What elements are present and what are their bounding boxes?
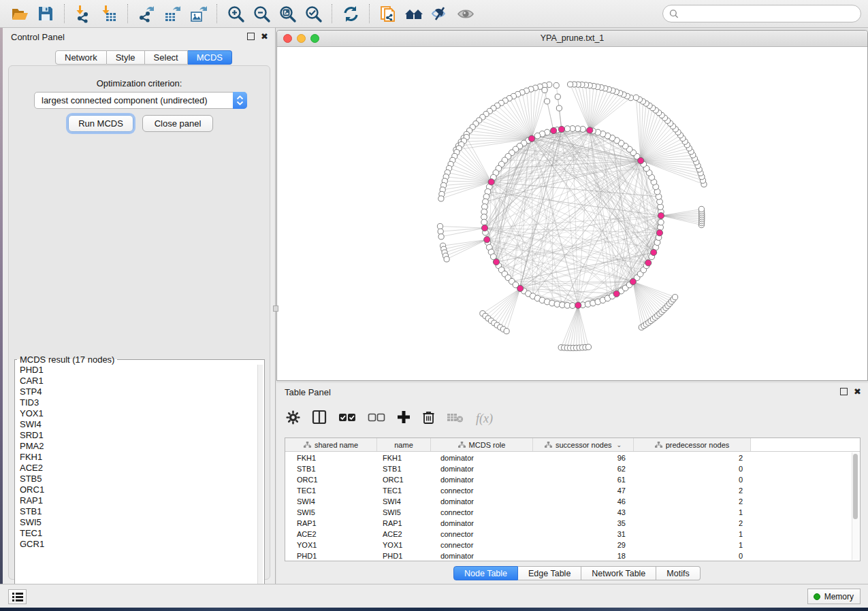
graph-mcds-hub-node[interactable] bbox=[558, 126, 564, 132]
mcds-node-item[interactable]: ORC1 bbox=[16, 484, 257, 495]
splitter-grabber[interactable] bbox=[273, 306, 278, 312]
show-column-panel-icon[interactable] bbox=[312, 410, 327, 427]
graph-mcds-hub-node[interactable] bbox=[488, 179, 494, 185]
graph-leaf-node[interactable] bbox=[555, 94, 560, 99]
table-row[interactable]: ACE2ACE2connector311 bbox=[285, 529, 852, 540]
mcds-node-item[interactable]: RAP1 bbox=[16, 495, 257, 506]
mcds-node-item[interactable]: YOX1 bbox=[16, 408, 257, 419]
mcds-node-item[interactable]: PHD1 bbox=[16, 365, 257, 376]
graph-leaf-node[interactable] bbox=[444, 257, 449, 262]
table-row[interactable]: TEC1TEC1connector472 bbox=[285, 485, 852, 496]
export-network-icon[interactable] bbox=[136, 3, 157, 24]
mcds-node-item[interactable]: STB5 bbox=[16, 474, 257, 484]
tab-node-table[interactable]: Node Table bbox=[453, 566, 518, 580]
search-box[interactable] bbox=[662, 5, 861, 22]
mcds-result-list[interactable]: PHD1CAR1STP4TID3YOX1SWI4SRD1PMA2FKH1ACE2… bbox=[16, 365, 257, 606]
graph-node[interactable] bbox=[481, 219, 487, 225]
network-canvas[interactable] bbox=[277, 47, 867, 380]
table-scrollbar[interactable] bbox=[852, 452, 859, 560]
graph-leaf-node[interactable] bbox=[437, 224, 443, 229]
show-all-icon[interactable] bbox=[455, 3, 476, 24]
graph-leaf-node[interactable] bbox=[568, 82, 573, 87]
table-row[interactable]: YOX1YOX1connector291 bbox=[285, 540, 852, 550]
tab-edge-table[interactable]: Edge Table bbox=[518, 566, 581, 580]
import-table-icon[interactable] bbox=[99, 3, 119, 24]
table-scrollbar-thumb[interactable] bbox=[853, 454, 858, 519]
graph-mcds-hub-node[interactable] bbox=[551, 127, 557, 133]
graph-leaf-node[interactable] bbox=[504, 329, 509, 334]
tab-network-table[interactable]: Network Table bbox=[581, 566, 656, 580]
graph-leaf-node[interactable] bbox=[545, 99, 550, 104]
graph-mcds-hub-node[interactable] bbox=[528, 135, 534, 142]
graph-mcds-hub-node[interactable] bbox=[638, 158, 644, 164]
export-table-icon[interactable] bbox=[162, 3, 182, 24]
deselect-all-icon[interactable] bbox=[368, 411, 385, 426]
run-mcds-button[interactable]: Run MCDS bbox=[68, 115, 133, 132]
graph-leaf-node[interactable] bbox=[438, 234, 444, 240]
mcds-node-item[interactable]: STP4 bbox=[16, 386, 257, 397]
mcds-node-item[interactable]: ACE2 bbox=[16, 463, 257, 474]
network-graph[interactable] bbox=[277, 47, 867, 380]
graph-mcds-hub-node[interactable] bbox=[481, 225, 487, 231]
float-panel-icon[interactable] bbox=[840, 388, 848, 395]
save-session-icon[interactable] bbox=[35, 3, 56, 24]
table-body[interactable]: FKH1FKH1dominator962STB1STB1dominator620… bbox=[285, 452, 852, 561]
column-header-name[interactable]: name bbox=[377, 438, 431, 451]
graph-leaf-node[interactable] bbox=[673, 295, 678, 300]
zoom-selected-icon[interactable] bbox=[303, 3, 323, 24]
graph-mcds-hub-node[interactable] bbox=[656, 230, 662, 236]
float-panel-icon[interactable] bbox=[247, 33, 255, 40]
mcds-node-item[interactable]: SWI4 bbox=[16, 419, 257, 430]
mcds-node-item[interactable]: FKH1 bbox=[16, 452, 257, 463]
graph-mcds-hub-node[interactable] bbox=[645, 260, 652, 266]
graph-mcds-hub-node[interactable] bbox=[493, 259, 499, 265]
tab-select[interactable]: Select bbox=[145, 50, 188, 65]
close-panel-icon[interactable]: ✖ bbox=[854, 388, 861, 395]
graph-leaf-node[interactable] bbox=[556, 105, 562, 111]
delete-column-icon[interactable] bbox=[422, 410, 435, 427]
mcds-node-item[interactable]: STB1 bbox=[16, 506, 257, 517]
mcds-node-item[interactable]: GCR1 bbox=[16, 539, 257, 550]
add-column-icon[interactable] bbox=[397, 410, 411, 427]
network-window-titlebar[interactable]: YPA_prune.txt_1 bbox=[277, 31, 867, 47]
graph-mcds-hub-node[interactable] bbox=[517, 285, 524, 291]
graph-leaf-node[interactable] bbox=[553, 82, 559, 88]
mcds-node-item[interactable]: TID3 bbox=[16, 397, 257, 408]
column-header-successor-nodes[interactable]: successor nodes⌄ bbox=[533, 438, 634, 451]
graph-node[interactable] bbox=[570, 303, 576, 309]
table-row[interactable]: RAP1RAP1dominator352 bbox=[285, 518, 852, 529]
table-settings-icon[interactable] bbox=[286, 410, 300, 427]
delete-table-icon[interactable] bbox=[447, 412, 464, 426]
table-row[interactable]: ORC1ORC1dominator610 bbox=[285, 474, 852, 485]
clone-network-icon[interactable] bbox=[378, 3, 398, 24]
zoom-fit-icon[interactable] bbox=[277, 3, 298, 24]
memory-button[interactable]: Memory bbox=[807, 589, 861, 604]
zoom-in-icon[interactable] bbox=[225, 3, 246, 24]
tab-network[interactable]: Network bbox=[55, 50, 107, 65]
graph-node[interactable] bbox=[658, 219, 664, 225]
search-input[interactable] bbox=[679, 8, 854, 19]
table-row[interactable]: FKH1FKH1dominator962 bbox=[285, 452, 852, 463]
graph-leaf-node[interactable] bbox=[438, 229, 443, 234]
table-row[interactable]: STB1STB1dominator620 bbox=[285, 463, 852, 474]
graph-leaf-node[interactable] bbox=[698, 206, 704, 212]
task-history-button[interactable] bbox=[8, 589, 27, 604]
graph-leaf-node[interactable] bbox=[542, 87, 547, 93]
open-file-icon[interactable] bbox=[10, 3, 30, 24]
graph-leaf-node[interactable] bbox=[438, 196, 444, 201]
graph-mcds-hub-node[interactable] bbox=[651, 249, 657, 255]
close-panel-icon[interactable]: ✖ bbox=[261, 33, 268, 40]
mcds-node-item[interactable]: TEC1 bbox=[16, 528, 257, 539]
tab-mcds[interactable]: MCDS bbox=[188, 50, 232, 65]
column-header-MCDS-role[interactable]: MCDS role bbox=[431, 438, 533, 451]
tab-style[interactable]: Style bbox=[107, 50, 145, 65]
graph-mcds-hub-node[interactable] bbox=[658, 212, 664, 218]
zoom-out-icon[interactable] bbox=[251, 3, 272, 24]
column-header-predecessor-nodes[interactable]: predecessor nodes bbox=[634, 438, 751, 451]
import-network-icon[interactable] bbox=[73, 3, 93, 24]
column-header-shared-name[interactable]: shared name bbox=[285, 438, 377, 451]
graph-leaf-node[interactable] bbox=[585, 344, 591, 350]
sort-menu-icon[interactable]: ⌄ bbox=[617, 442, 622, 448]
update-network-icon[interactable] bbox=[340, 3, 361, 24]
optimization-criterion-dropdown[interactable]: largest connected component (undirected) bbox=[34, 92, 247, 109]
